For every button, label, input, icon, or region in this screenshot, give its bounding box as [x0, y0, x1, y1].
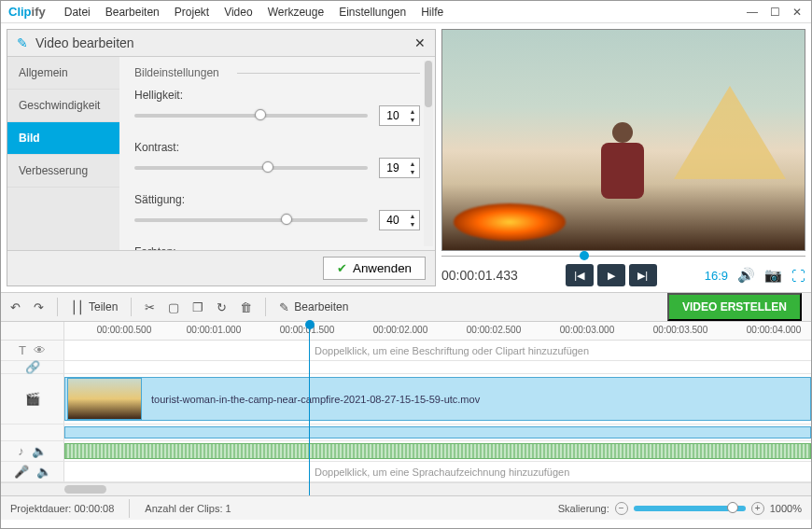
preview-seek-bar[interactable]: [441, 253, 805, 260]
saturation-stepper[interactable]: ▲▼: [406, 212, 419, 229]
tab-enhance[interactable]: Verbesserung: [7, 155, 119, 188]
brightness-label: Helligkeit:: [134, 89, 202, 102]
menu-file[interactable]: Datei: [57, 6, 98, 19]
clip-thumbnail: [67, 378, 142, 420]
caption-hint: Doppelklick, um eine Beschriftung oder C…: [315, 345, 589, 356]
brightness-slider[interactable]: [134, 114, 368, 118]
copy-icon[interactable]: ❐: [192, 300, 203, 314]
duration-label: Projektdauer:: [10, 503, 71, 514]
timecode: 00:00:01.433: [441, 268, 518, 283]
brightness-stepper[interactable]: ▲▼: [406, 107, 419, 124]
mic-track-icon: 🎤: [14, 465, 29, 479]
next-frame-button[interactable]: ▶|: [629, 264, 657, 286]
edit-button[interactable]: ✎Bearbeiten: [279, 300, 348, 314]
app-logo: Clipify: [8, 5, 46, 19]
cut-icon[interactable]: ✂: [145, 300, 155, 314]
crop-icon[interactable]: ▢: [168, 300, 179, 314]
fullscreen-icon[interactable]: ⛶: [791, 268, 805, 284]
menu-video[interactable]: Video: [217, 6, 259, 19]
hue-label: Farbton:: [134, 245, 202, 250]
text-track-icon: T: [19, 343, 26, 357]
split-icon: ⎮⎮: [71, 300, 84, 314]
window-close-icon[interactable]: ✕: [791, 6, 804, 19]
video-strip[interactable]: [64, 426, 811, 439]
edit-video-panel: ✎ Video bearbeiten ✕ Allgemein Geschwind…: [7, 29, 436, 286]
timeline-ruler[interactable]: 00:00:00.500 00:00:01.000 00:00:01.500 0…: [1, 322, 811, 341]
aspect-ratio[interactable]: 16:9: [705, 269, 728, 283]
menu-edit[interactable]: Bearbeiten: [98, 6, 167, 19]
zoom-in-button[interactable]: +: [751, 502, 764, 515]
window-minimize-icon[interactable]: —: [746, 6, 759, 19]
video-track[interactable]: 🎬 tourist-woman-in-the-camp-near-campfir…: [1, 374, 811, 425]
apply-button[interactable]: ✔Anwenden: [323, 257, 426, 280]
contrast-stepper[interactable]: ▲▼: [406, 160, 419, 176]
saturation-slider[interactable]: [134, 218, 368, 222]
video-strip-track[interactable]: [1, 425, 811, 441]
window-maximize-icon[interactable]: ☐: [768, 6, 781, 19]
clips-label: Anzahl der Clips:: [145, 503, 222, 514]
audio-speaker-icon[interactable]: 🔈: [32, 444, 47, 458]
saturation-input[interactable]: [380, 214, 406, 227]
edit-panel-title: Video bearbeiten: [35, 35, 414, 50]
visibility-icon[interactable]: 👁: [34, 343, 46, 357]
close-icon[interactable]: ✕: [414, 35, 426, 50]
video-track-icon: 🎬: [25, 392, 40, 406]
saturation-label: Sättigung:: [134, 193, 202, 206]
play-button[interactable]: ▶: [597, 264, 625, 286]
audio-track[interactable]: ♪🔈: [1, 441, 811, 462]
settings-group-label: Bildeinstellungen: [134, 66, 420, 79]
clip-filename: tourist-woman-in-the-camp-near-campfire-…: [151, 394, 480, 405]
clip-count: 1: [226, 503, 231, 514]
rotate-icon[interactable]: ↻: [217, 300, 227, 314]
link-icon[interactable]: 🔗: [25, 360, 40, 374]
tab-general[interactable]: Allgemein: [7, 57, 119, 90]
volume-icon[interactable]: 🔊: [737, 267, 755, 284]
zoom-slider[interactable]: [634, 506, 746, 511]
timeline-toolbar: ↶ ↷ ⎮⎮Teilen ✂ ▢ ❐ ↻ 🗑 ✎Bearbeiten VIDEO…: [1, 292, 811, 322]
menu-help[interactable]: Hilfe: [413, 6, 451, 19]
zoom-label: Skalierung:: [558, 503, 609, 514]
delete-icon[interactable]: 🗑: [240, 300, 252, 314]
redo-icon[interactable]: ↷: [34, 300, 44, 314]
menu-tools[interactable]: Werkzeuge: [260, 6, 331, 19]
snapshot-icon[interactable]: 📷: [764, 267, 782, 284]
link-track: 🔗: [1, 361, 811, 374]
prev-frame-button[interactable]: |◀: [566, 264, 594, 286]
timeline: 00:00:00.500 00:00:01.000 00:00:01.500 0…: [1, 322, 811, 495]
tab-image[interactable]: Bild: [7, 122, 119, 155]
contrast-label: Kontrast:: [134, 141, 202, 154]
menu-settings[interactable]: Einstellungen: [331, 6, 413, 19]
split-button[interactable]: ⎮⎮Teilen: [71, 300, 118, 314]
music-track-icon: ♪: [18, 444, 24, 458]
undo-icon[interactable]: ↶: [10, 300, 21, 314]
tab-speed[interactable]: Geschwindigkeit: [7, 90, 119, 122]
caption-track[interactable]: T👁 Doppelklick, um eine Beschriftung ode…: [1, 341, 811, 361]
video-clip[interactable]: tourist-woman-in-the-camp-near-campfire-…: [64, 377, 811, 421]
timeline-scrollbar[interactable]: [1, 482, 811, 495]
panel-scrollbar[interactable]: [424, 61, 433, 246]
voice-hint: Doppelklick, um eine Sprachaufzeichnung …: [315, 466, 569, 478]
voice-track[interactable]: 🎤🔈 Doppelklick, um eine Sprachaufzeichnu…: [1, 462, 811, 482]
menu-bar: Clipify Datei Bearbeiten Projekt Video W…: [1, 1, 811, 23]
video-preview[interactable]: [441, 29, 805, 251]
preview-panel: 00:00:01.433 |◀ ▶ ▶| 16:9 🔊 📷 ⛶: [441, 29, 805, 286]
pencil-icon: ✎: [279, 300, 289, 314]
project-duration: 00:00:08: [75, 503, 115, 514]
voice-speaker-icon[interactable]: 🔈: [36, 465, 51, 479]
brightness-input[interactable]: [380, 109, 406, 122]
contrast-input[interactable]: [380, 161, 406, 174]
audio-clip[interactable]: [64, 443, 811, 459]
menu-project[interactable]: Projekt: [167, 6, 217, 19]
contrast-slider[interactable]: [134, 166, 368, 170]
zoom-value: 1000%: [770, 503, 802, 514]
edit-icon: ✎: [17, 35, 28, 50]
status-bar: Projektdauer: 00:00:08 Anzahl der Clips:…: [1, 495, 811, 520]
zoom-out-button[interactable]: −: [615, 502, 628, 515]
check-icon: ✔: [337, 261, 347, 275]
create-video-button[interactable]: VIDEO ERSTELLEN: [667, 293, 802, 321]
